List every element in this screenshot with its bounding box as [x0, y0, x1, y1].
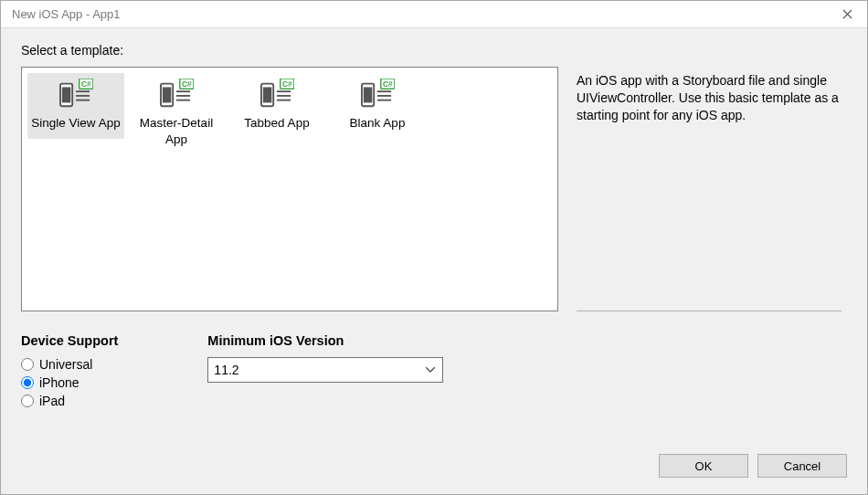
device-radio[interactable] — [21, 376, 34, 389]
divider — [577, 311, 842, 311]
template-label: Tabbed App — [244, 115, 309, 132]
template-label: Single View App — [31, 115, 120, 132]
main-row: C# Single View App C# Master-Detail App … — [21, 67, 847, 311]
csharp-app-icon: C# — [58, 79, 93, 110]
ok-button[interactable]: OK — [659, 454, 748, 478]
svg-rect-23 — [377, 90, 391, 92]
options-row: Device Support UniversaliPhoneiPad Minim… — [21, 333, 847, 412]
content-area: Select a template: C# Single View App — [1, 28, 867, 494]
min-version-select[interactable]: 11.2 — [207, 357, 443, 383]
svg-rect-10 — [176, 95, 190, 97]
device-radio-group: UniversaliPhoneiPad — [21, 357, 118, 412]
template-item[interactable]: C# Master-Detail App — [128, 73, 225, 154]
svg-rect-24 — [377, 95, 391, 97]
min-version-group: Minimum iOS Version 11.2 — [207, 333, 443, 412]
svg-rect-22 — [364, 87, 372, 102]
svg-rect-18 — [277, 100, 291, 101]
device-support-group: Device Support UniversaliPhoneiPad — [21, 333, 118, 412]
button-row: OK Cancel — [21, 437, 847, 478]
prompt-label: Select a template: — [21, 43, 847, 58]
svg-rect-8 — [163, 87, 171, 102]
template-item[interactable]: C# Blank App — [329, 73, 426, 139]
svg-rect-16 — [277, 90, 291, 92]
close-button[interactable] — [836, 4, 858, 26]
titlebar: New iOS App - App1 — [1, 1, 867, 28]
template-list[interactable]: C# Single View App C# Master-Detail App … — [21, 67, 558, 311]
svg-text:C#: C# — [81, 79, 91, 89]
svg-rect-11 — [176, 100, 190, 101]
svg-rect-25 — [377, 100, 391, 101]
csharp-app-icon: C# — [159, 79, 194, 110]
device-option[interactable]: Universal — [21, 357, 118, 372]
device-option[interactable]: iPad — [21, 394, 118, 408]
svg-rect-17 — [277, 95, 291, 97]
svg-rect-1 — [62, 87, 70, 102]
svg-rect-4 — [76, 100, 90, 101]
template-item[interactable]: C# Tabbed App — [228, 73, 325, 139]
cancel-button[interactable]: Cancel — [757, 454, 847, 478]
window-title: New iOS App - App1 — [12, 7, 121, 21]
csharp-app-icon: C# — [259, 79, 294, 110]
close-icon — [842, 9, 852, 19]
device-radio[interactable] — [21, 395, 34, 407]
svg-text:C#: C# — [383, 79, 393, 89]
dialog-window: New iOS App - App1 Select a template: C#… — [0, 0, 868, 495]
svg-text:C#: C# — [282, 79, 292, 89]
description-pane: An iOS app with a Storyboard file and si… — [575, 67, 847, 311]
template-label: Master-Detail App — [132, 115, 221, 147]
csharp-app-icon: C# — [360, 79, 395, 110]
template-description: An iOS app with a Storyboard file and si… — [577, 72, 842, 303]
device-support-heading: Device Support — [21, 333, 118, 348]
device-radio[interactable] — [21, 358, 34, 371]
svg-text:C#: C# — [182, 79, 192, 89]
svg-rect-15 — [263, 87, 271, 102]
min-version-heading: Minimum iOS Version — [207, 333, 443, 348]
template-item[interactable]: C# Single View App — [27, 73, 124, 139]
device-option-label: Universal — [39, 357, 92, 372]
template-label: Blank App — [350, 115, 406, 132]
device-option-label: iPhone — [39, 375, 79, 390]
device-option-label: iPad — [39, 394, 65, 408]
device-option[interactable]: iPhone — [21, 375, 118, 390]
svg-rect-2 — [76, 90, 90, 92]
svg-rect-3 — [76, 95, 90, 97]
svg-rect-9 — [176, 90, 190, 92]
